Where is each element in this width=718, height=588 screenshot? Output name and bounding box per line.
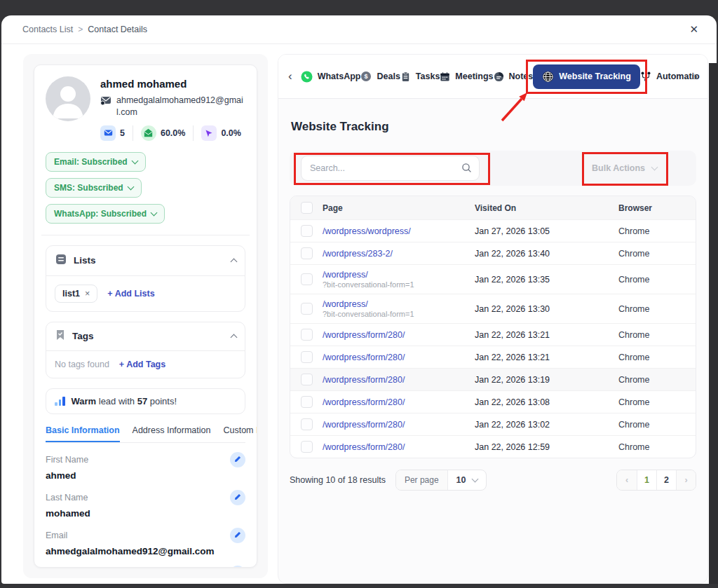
tab-website-tracking[interactable]: Website Tracking [533, 64, 640, 89]
pagination-prev-icon[interactable]: ‹ [617, 470, 637, 490]
tabs-scroll-left-icon[interactable]: ‹ [285, 68, 295, 85]
page-query: ?bit-conversational-form=1 [323, 280, 468, 289]
column-header-page: Page [323, 203, 475, 213]
subscription-status-dropdown[interactable]: SMS: Subscribed [46, 178, 142, 198]
table-row[interactable]: /wordpress/form/280/Jan 22, 2026 12:59Ch… [290, 435, 696, 458]
chevron-up-icon[interactable] [231, 258, 238, 265]
visited-on-cell: Jan 22, 2026 13:35 [475, 275, 618, 285]
subscription-status-dropdown[interactable]: WhatsApp: Subscribed [46, 204, 165, 224]
search-input[interactable] [301, 156, 480, 181]
tab-deals[interactable]: $Deals [360, 71, 400, 82]
pagination: ‹12› [616, 470, 696, 491]
breadcrumb-contacts-list[interactable]: Contacts List [22, 25, 73, 34]
tab-notes[interactable]: Notes [494, 71, 534, 82]
table-row[interactable]: /wordpress/wordpress/Jan 27, 2026 13:05C… [290, 219, 696, 242]
tags-section: Tags No tags found + Add Tags [46, 322, 245, 378]
browser-cell: Chrome [618, 226, 696, 236]
contact-fields: First NameahmedLast NamemohamedEmailahme… [46, 452, 245, 568]
visited-on-cell: Jan 27, 2026 13:05 [475, 226, 618, 236]
table-row[interactable]: /wordpress/form/280/Jan 22, 2026 13:19Ch… [290, 368, 696, 390]
page-link[interactable]: /wordpress/form/280/ [323, 330, 468, 340]
row-checkbox[interactable] [301, 374, 313, 385]
visited-on-cell: Jan 22, 2026 13:30 [475, 304, 618, 314]
page-cell: /wordpress/form/280/ [323, 375, 475, 385]
divider [41, 235, 250, 235]
row-checkbox[interactable] [301, 329, 313, 341]
page-link[interactable]: /wordpress/ [323, 299, 468, 309]
table-row[interactable]: /wordpress/form/280/Jan 22, 2026 13:08Ch… [290, 390, 696, 413]
row-checkbox[interactable] [301, 396, 313, 408]
chevron-up-icon[interactable] [231, 334, 238, 341]
edit-field-button[interactable] [230, 490, 245, 505]
tab-address-information[interactable]: Address Information [133, 425, 211, 442]
table-toolbar: Bulk Actions [290, 151, 696, 186]
page-link[interactable]: /wordpress/form/280/ [323, 442, 468, 452]
tab-meetings[interactable]: Meetings [440, 71, 493, 82]
table-row[interactable]: /wordpress/form/280/Jan 22, 2026 13:02Ch… [290, 413, 696, 435]
row-checkbox[interactable] [301, 303, 313, 315]
table-row[interactable]: /wordpress/form/280/Jan 22, 2026 13:21Ch… [290, 346, 696, 368]
table-row[interactable]: /wordpress/?bit-conversational-form=1Jan… [290, 264, 696, 294]
page-link[interactable]: /wordpress/form/280/ [323, 397, 468, 407]
page-link[interactable]: /wordpress/283-2/ [323, 249, 468, 259]
edit-field-button[interactable] [230, 452, 245, 467]
table-row[interactable]: /wordpress/?bit-conversational-form=1Jan… [290, 294, 696, 323]
pencil-icon [234, 454, 242, 465]
tab-custom-fields[interactable]: Custom Fields [223, 425, 257, 442]
contact-sidebar: ahmed mohamed ahmedgalalmohamed912@gmail… [23, 54, 268, 578]
tags-header[interactable]: Tags [46, 322, 245, 351]
subscription-status-dropdown[interactable]: Email: Subscribed [46, 152, 146, 172]
field-value: mohamed [46, 508, 245, 519]
add-tags-button[interactable]: + Add Tags [119, 360, 165, 369]
chevron-down-icon [651, 164, 658, 171]
scrollbar[interactable] [709, 63, 718, 584]
contact-card: ahmed mohamed ahmedgalalmohamed912@gmail… [34, 64, 257, 568]
row-checkbox[interactable] [301, 351, 313, 363]
edit-field-button[interactable] [230, 528, 245, 543]
row-checkbox[interactable] [301, 225, 313, 237]
bulk-actions-dropdown[interactable]: Bulk Actions [589, 162, 660, 175]
per-page-value[interactable]: 10 [448, 470, 486, 490]
pagination-next-icon[interactable]: › [676, 470, 696, 490]
pencil-icon [234, 530, 242, 540]
add-lists-button[interactable]: + Add Lists [107, 289, 154, 299]
row-checkbox[interactable] [301, 418, 313, 430]
deals-icon: $ [360, 71, 372, 82]
tags-title: Tags [72, 331, 94, 341]
tags-body: No tags found + Add Tags [46, 351, 245, 378]
contact-name: ahmed mohamed [100, 78, 245, 90]
page-link[interactable]: /wordpress/form/280/ [323, 353, 468, 362]
select-all-checkbox[interactable] [301, 202, 313, 214]
stat-value: 5 [120, 128, 125, 138]
tab-whatsapp[interactable]: WhatsApp [301, 71, 361, 83]
table-row[interactable]: /wordpress/283-2/Jan 22, 2026 13:40Chrom… [290, 242, 696, 264]
browser-cell: Chrome [618, 397, 696, 407]
pagination-page-1[interactable]: 1 [637, 470, 656, 490]
page-link[interactable]: /wordpress/form/280/ [323, 375, 468, 385]
tabs-scroll-right-icon[interactable]: › [691, 68, 700, 85]
tab-basic-information[interactable]: Basic Information [46, 425, 120, 442]
row-checkbox-cell [290, 374, 323, 385]
remove-list-icon[interactable]: × [85, 289, 90, 299]
edit-field-button[interactable] [230, 566, 245, 568]
contact-stats: 560.0%0.0% [100, 125, 245, 141]
page-link[interactable]: /wordpress/ [323, 270, 468, 280]
close-icon[interactable]: ✕ [686, 20, 701, 39]
table-row[interactable]: /wordpress/form/280/Jan 22, 2026 13:21Ch… [290, 323, 696, 346]
website-tracking-panel: Website Tracking Bulk Actions [278, 99, 707, 583]
row-checkbox-cell [290, 303, 323, 315]
sent-mail-icon [100, 125, 116, 141]
search-icon [461, 163, 472, 176]
contact-field: Last Namemohamed [46, 490, 245, 519]
pagination-page-2[interactable]: 2 [656, 470, 676, 490]
tab-tasks[interactable]: Tasks [400, 71, 440, 82]
page-link[interactable]: /wordpress/wordpress/ [323, 226, 468, 236]
lists-header[interactable]: Lists [46, 246, 245, 276]
contact-field: Phone— [46, 566, 245, 568]
row-checkbox[interactable] [301, 247, 313, 259]
page-link[interactable]: /wordpress/form/280/ [323, 420, 468, 430]
page-cell: /wordpress/wordpress/ [323, 226, 475, 236]
row-checkbox[interactable] [301, 441, 313, 453]
table-footer: Showing 10 of 18 results Per page 10 ‹12… [290, 470, 696, 491]
row-checkbox[interactable] [301, 273, 313, 285]
